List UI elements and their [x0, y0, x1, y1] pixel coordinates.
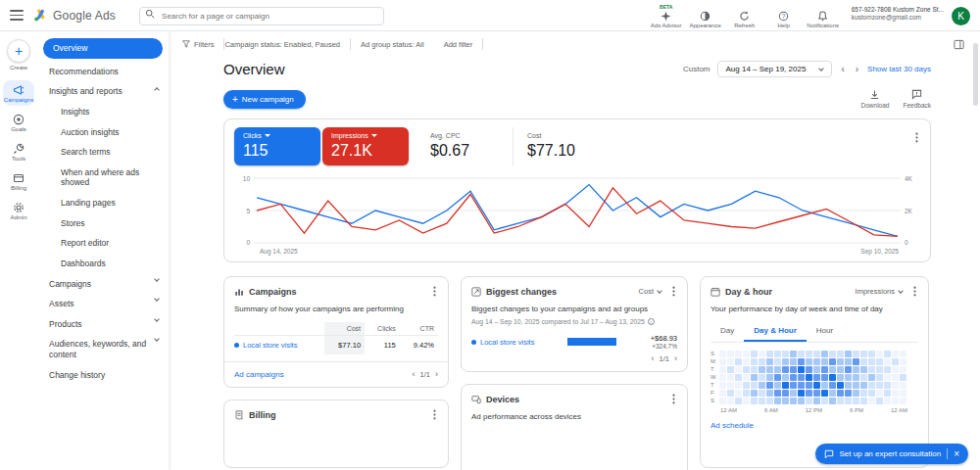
sidebar-item-products[interactable]: Products	[37, 314, 169, 335]
sidebar-item-audiences-keywords-and-content[interactable]: Audiences, keywords, and content	[37, 334, 169, 364]
heatmap-row-labels: SMTWTFS	[710, 351, 716, 404]
panel-more-options-icon[interactable]	[913, 131, 920, 144]
account-info[interactable]: 657-922-7808 Kustom Zone St... kustomzon…	[852, 6, 944, 24]
scrollbar-thumb[interactable]	[973, 43, 978, 106]
metric-card-avg-cpc[interactable]: Avg. CPC$0.67	[416, 127, 507, 165]
filters-button[interactable]: Filters	[182, 38, 224, 50]
more-options-icon[interactable]	[431, 408, 438, 421]
page-next-icon[interactable]: ›	[435, 369, 438, 379]
more-options-icon[interactable]	[911, 285, 918, 298]
date-range-picker[interactable]: Aug 14 – Sep 19, 2025	[717, 61, 833, 77]
main-content: Filters Campaign status: Enabled, Paused…	[169, 31, 980, 470]
heatmap-cell	[884, 366, 891, 373]
rail-item-billing[interactable]: Billing	[3, 168, 34, 194]
metric-card-impressions[interactable]: Impressions27.1K	[322, 127, 409, 165]
refresh-button[interactable]: Refresh	[726, 3, 763, 28]
more-options-icon[interactable]	[431, 285, 438, 298]
sidebar-item-campaigns[interactable]: Campaigns	[37, 274, 169, 295]
account-avatar[interactable]: K	[952, 7, 970, 25]
tab-hour[interactable]: Hour	[807, 322, 843, 342]
tab-day[interactable]: Day	[710, 322, 744, 342]
heatmap-row-label: F	[710, 390, 716, 397]
add-filter-button[interactable]: Add filter	[434, 38, 484, 50]
metric-dropdown[interactable]: Impressions	[852, 285, 906, 298]
notifications-button[interactable]: Notifications	[805, 3, 842, 28]
heatmap-cell	[790, 382, 797, 389]
heatmap-cell	[876, 398, 883, 404]
sidebar-item-change-history[interactable]: Change history	[37, 365, 169, 386]
rail-item-admin[interactable]: Admin	[3, 198, 34, 223]
pagination: ‹ 1/1 ›	[652, 353, 677, 363]
feedback-icon	[911, 89, 922, 100]
heatmap-grid[interactable]	[719, 351, 906, 404]
heatmap-cell	[813, 366, 820, 373]
column-header[interactable]: CTR	[400, 322, 438, 336]
close-icon[interactable]: ×	[954, 448, 959, 459]
side-panel-icon[interactable]	[952, 38, 966, 51]
new-campaign-button[interactable]: + New campaign	[223, 90, 306, 109]
campaign-link[interactable]: Local store visits	[243, 341, 297, 350]
rail-item-campaigns[interactable]: Campaigns	[3, 80, 34, 106]
menu-hamburger-icon[interactable]	[10, 8, 24, 23]
sidebar-item-overview[interactable]: Overview	[43, 38, 163, 59]
sidebar-item-insights-and-reports[interactable]: Insights and reports	[37, 81, 169, 102]
filter-chip-ad-group-status-all[interactable]: Ad group status: All	[351, 38, 434, 50]
feedback-button[interactable]: Feedback	[903, 89, 931, 109]
more-options-icon[interactable]	[670, 285, 677, 298]
sidebar-item-report-editor[interactable]: Report editor	[37, 233, 169, 254]
sidebar-item-stores[interactable]: Stores	[37, 213, 169, 234]
filter-chip-campaign-status-enabled-paused[interactable]: Campaign status: Enabled, Paused	[224, 38, 351, 50]
expert-consultation-banner[interactable]: Set up an expert consultation ×	[815, 444, 968, 464]
sidebar-item-when-and-where-ads-showed[interactable]: When and where ads showed	[37, 163, 169, 193]
sidebar-item-assets[interactable]: Assets	[37, 294, 169, 314]
chevron-down-icon	[154, 337, 160, 343]
sidebar-item-label: Insights	[61, 107, 89, 118]
next-period-button[interactable]: ›	[854, 64, 860, 74]
sidebar-item-label: Dashboards	[61, 258, 106, 269]
sidebar-item-insights[interactable]: Insights	[37, 102, 169, 122]
heatmap-cell	[743, 366, 750, 373]
appearance-button[interactable]: Appearance	[687, 3, 724, 28]
download-button[interactable]: Download	[861, 89, 890, 109]
sidebar-item-landing-pages[interactable]: Landing pages	[37, 193, 169, 213]
product-name: Google Ads	[53, 9, 116, 23]
search-input[interactable]	[139, 7, 384, 25]
show-last-30-days-link[interactable]: Show last 30 days	[867, 65, 931, 73]
sidebar-item-auction-insights[interactable]: Auction insights	[37, 122, 169, 143]
heatmap-cell	[884, 382, 891, 389]
rail-item-tools[interactable]: Tools	[3, 139, 34, 164]
column-header[interactable]: Clicks	[365, 322, 400, 336]
page-next-icon[interactable]: ›	[674, 353, 677, 363]
metric-card-cost[interactable]: Cost$77.10	[513, 127, 603, 165]
google-ads-logo[interactable]: Google Ads	[33, 8, 116, 23]
previous-period-button[interactable]: ‹	[839, 64, 846, 74]
rail-item-goals[interactable]: Goals	[3, 110, 34, 135]
ad-schedule-link[interactable]: Ad schedule	[710, 421, 754, 430]
page-prev-icon[interactable]: ‹	[652, 353, 655, 363]
sidebar-item-search-terms[interactable]: Search terms	[37, 142, 169, 163]
more-options-icon[interactable]	[670, 393, 677, 405]
help-button[interactable]: ? Help	[765, 3, 803, 28]
heatmap-cell	[727, 382, 734, 389]
chart-plot-area[interactable]	[254, 175, 901, 246]
metric-card-clicks[interactable]: Clicks115	[234, 127, 320, 165]
heatmap-cell	[719, 382, 726, 389]
x-axis-label: Aug 14, 2025	[260, 248, 298, 255]
metric-dropdown[interactable]: Cost	[635, 285, 665, 298]
create-button[interactable]: +	[7, 39, 30, 63]
y-axis-tick: 5	[246, 208, 250, 214]
heatmap-cell	[751, 374, 758, 381]
campaign-link[interactable]: Local store visits	[480, 338, 534, 347]
ads-advisor-button[interactable]: BETA Ads Advisor	[648, 3, 685, 28]
sidebar-item-recommendations[interactable]: Recommendations	[37, 62, 169, 82]
tab-day-and-hour[interactable]: Day & Hour	[744, 322, 807, 342]
info-icon[interactable]: i	[648, 318, 655, 325]
chevron-down-icon	[154, 316, 160, 322]
sidebar-item-dashboards[interactable]: Dashboards	[37, 254, 169, 274]
page-prev-icon[interactable]: ‹	[413, 369, 416, 379]
heatmap-cell	[774, 351, 781, 357]
plus-icon: +	[232, 96, 238, 104]
ad-campaigns-link[interactable]: Ad campaigns	[234, 370, 284, 379]
heatmap-col-label: 12 AM	[891, 407, 907, 413]
column-header[interactable]: Cost	[324, 322, 365, 336]
